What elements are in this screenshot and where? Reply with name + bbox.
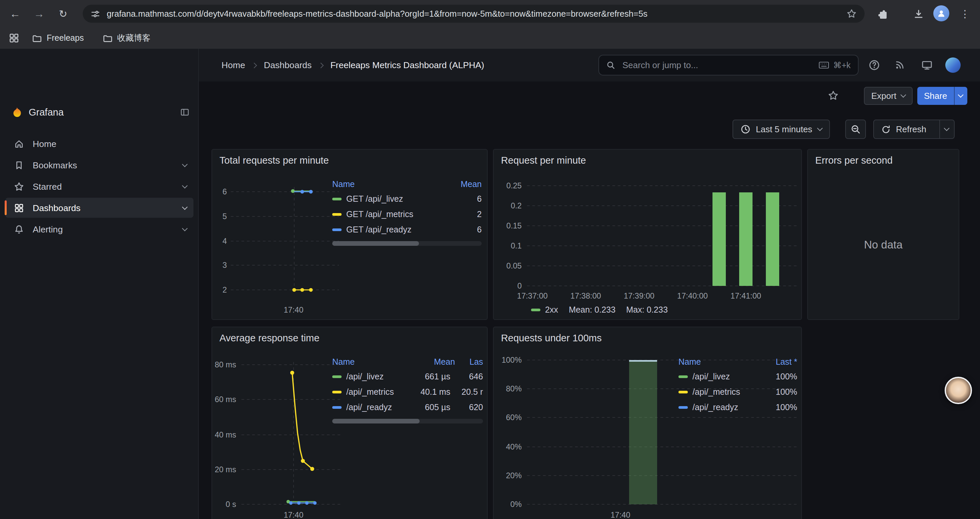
chev-down-icon[interactable]: [182, 183, 188, 188]
y-tick: 5: [215, 212, 227, 221]
search-box[interactable]: ⌘+k: [598, 55, 859, 75]
legend: 2xx Mean: 0.233 Max: 0.233: [531, 305, 668, 315]
series-name[interactable]: /api/_livez: [346, 372, 408, 381]
panel-title[interactable]: Requests under 100ms: [501, 333, 602, 343]
apps-grid-icon[interactable]: [9, 33, 19, 43]
floating-assistant-avatar[interactable]: [945, 377, 972, 404]
site-info-icon[interactable]: [91, 9, 100, 18]
legend-scrollbar[interactable]: [332, 419, 483, 423]
series-name[interactable]: GET /api/_metrics: [346, 209, 446, 219]
y-tick: 0.05: [499, 261, 522, 270]
extensions-button[interactable]: [873, 4, 892, 23]
monitor-icon[interactable]: [919, 57, 935, 73]
breadcrumb-dashboards[interactable]: Dashboards: [264, 60, 312, 70]
search-input[interactable]: [621, 59, 813, 71]
series-last: 646: [455, 372, 483, 381]
browser-menu-button[interactable]: ⋮: [955, 4, 975, 23]
panel-title[interactable]: Average response time: [220, 333, 320, 343]
legend-row: GET /api/_metrics 2: [332, 206, 482, 222]
series-name[interactable]: /api/_readyz: [346, 402, 408, 412]
chev-down-icon[interactable]: [182, 161, 188, 167]
sidebar-item-starred[interactable]: Starred: [5, 176, 194, 196]
x-tick: 17:40: [600, 510, 640, 519]
reload-button[interactable]: ↻: [53, 4, 73, 23]
scrollbar-thumb[interactable]: [332, 241, 419, 246]
grafana-logo[interactable]: [11, 106, 23, 118]
chev-down-icon[interactable]: [182, 225, 188, 231]
legend-scrollbar[interactable]: [332, 241, 482, 246]
series-swatch: [678, 390, 688, 393]
series-mean: 6: [451, 225, 482, 234]
bookmark-folder[interactable]: Freeleaps: [26, 31, 90, 45]
series-swatch: [332, 375, 342, 378]
forward-button[interactable]: →: [29, 4, 49, 23]
share-button[interactable]: Share: [917, 87, 954, 105]
zoom-out-button[interactable]: [845, 120, 866, 139]
dock-sidebar-icon[interactable]: [180, 107, 189, 117]
favorite-star-icon[interactable]: [825, 88, 841, 104]
y-tick: 20%: [496, 471, 522, 480]
legend-header-name[interactable]: Name: [678, 357, 767, 367]
time-range-label: Last 5 minutes: [756, 124, 812, 134]
breadcrumb-separator-icon: [318, 62, 324, 68]
bookmarks-bar: Freeleaps 收藏博客: [0, 27, 980, 49]
x-tick: 17:38:00: [566, 291, 606, 300]
news-rss-icon[interactable]: [892, 57, 908, 73]
series-name[interactable]: /api/_metrics: [692, 387, 762, 396]
panel-title[interactable]: Total requests per minute: [220, 155, 329, 166]
downloads-button[interactable]: [908, 4, 928, 23]
series-last: 100%: [767, 387, 797, 396]
sidebar-item-label: Starred: [33, 181, 174, 192]
back-button[interactable]: ←: [5, 4, 25, 23]
series-name[interactable]: /api/_livez: [692, 372, 762, 381]
legend-header-name[interactable]: Name: [332, 180, 451, 189]
legend-row: GET /api/_livez 6: [332, 191, 482, 206]
sidebar-item-bookmarks[interactable]: Bookmarks: [5, 155, 194, 175]
export-button[interactable]: Export: [864, 87, 912, 105]
y-tick: 0.1: [499, 241, 522, 251]
series-name[interactable]: GET /api/_readyz: [346, 225, 446, 234]
legend-row: /api/_readyz 100%: [678, 399, 797, 415]
sidebar-item-label: Bookmarks: [33, 160, 174, 170]
y-tick: 3: [215, 260, 227, 270]
url-text[interactable]: grafana.mathmast.com/d/deytv4rwavabkb/fr…: [107, 9, 846, 19]
help-icon[interactable]: [866, 57, 882, 73]
series-swatch: [332, 197, 342, 200]
legend-item[interactable]: 2xx: [531, 305, 558, 315]
series-max: Max: 0.233: [626, 305, 668, 315]
breadcrumb-home[interactable]: Home: [221, 60, 245, 70]
legend-table: Name Last * /api/_livez 100% /api/_metri…: [678, 355, 797, 415]
refresh-interval-button[interactable]: [939, 120, 954, 138]
series-name[interactable]: /api/_metrics: [346, 387, 408, 396]
legend-header-name[interactable]: Name: [332, 357, 418, 367]
share-menu-button[interactable]: [954, 87, 967, 105]
legend-row: /api/_livez 100%: [678, 369, 797, 384]
x-tick: 17:40: [274, 510, 313, 519]
profile-avatar[interactable]: [933, 5, 949, 21]
legend-header-mean[interactable]: Mean: [451, 180, 482, 189]
sidebar-item-home[interactable]: Home: [5, 134, 194, 153]
series-name[interactable]: /api/_readyz: [692, 402, 762, 412]
sidebar-item-dashboards[interactable]: Dashboards: [5, 198, 194, 218]
timeseries-chart: [231, 183, 339, 297]
refresh-button[interactable]: Refresh: [874, 120, 934, 138]
time-range-picker[interactable]: Last 5 minutes: [732, 120, 830, 139]
legend-header-last[interactable]: Las: [455, 357, 483, 367]
keyboard-icon: [819, 61, 829, 69]
address-bar[interactable]: grafana.mathmast.com/d/deytv4rwavabkb/fr…: [83, 5, 865, 23]
x-tick: 17:39:00: [619, 291, 659, 300]
legend-header-mean[interactable]: Mean: [418, 357, 455, 367]
chev-down-icon[interactable]: [182, 204, 188, 210]
legend-header-last[interactable]: Last *: [767, 357, 797, 367]
series-swatch: [332, 406, 342, 409]
bookmark-star-icon[interactable]: [846, 9, 857, 19]
panel-title[interactable]: Errors per second: [815, 155, 892, 166]
bookmark-folder[interactable]: 收藏博客: [96, 30, 156, 46]
user-avatar[interactable]: [945, 57, 961, 73]
panel-title[interactable]: Request per minute: [501, 155, 586, 166]
sidebar-item-alerting[interactable]: Alerting: [5, 219, 194, 239]
scrollbar-thumb[interactable]: [332, 419, 420, 423]
series-swatch: [332, 228, 342, 231]
series-name[interactable]: GET /api/_livez: [346, 194, 446, 203]
y-tick: 0 s: [213, 500, 236, 509]
